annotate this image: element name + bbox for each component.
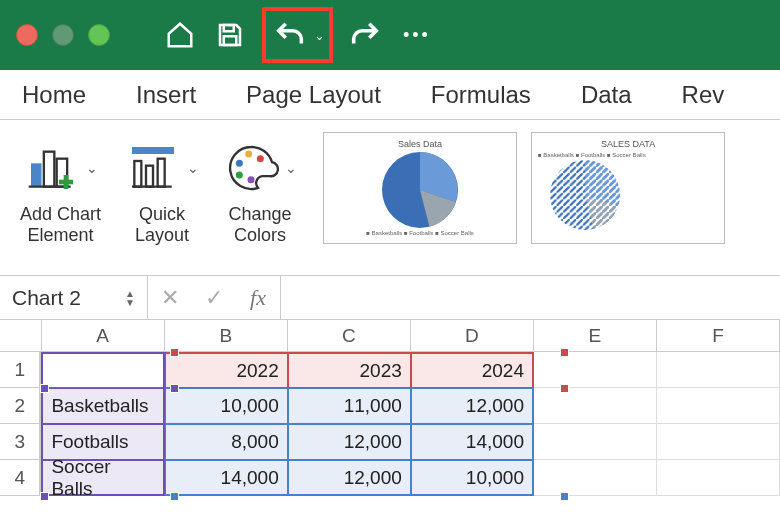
range-handle-icon[interactable] <box>560 492 569 501</box>
cell-e1[interactable] <box>534 352 657 388</box>
tab-review[interactable]: Rev <box>682 81 725 109</box>
range-handle-icon[interactable] <box>560 348 569 357</box>
quick-layout-button[interactable]: ⌄ QuickLayout <box>121 132 203 249</box>
tab-insert[interactable]: Insert <box>136 81 196 109</box>
window-controls <box>16 24 110 46</box>
range-handle-icon[interactable] <box>170 384 179 393</box>
preview-title: SALES DATA <box>538 139 718 149</box>
table-row: 2 Basketballs 10,000 11,000 12,000 <box>0 388 780 424</box>
svg-point-16 <box>236 172 243 179</box>
tab-page-layout[interactable]: Page Layout <box>246 81 381 109</box>
close-window-button[interactable] <box>16 24 38 46</box>
change-colors-label: ChangeColors <box>229 204 292 245</box>
cell-b4[interactable]: 14,000 <box>165 460 288 496</box>
cell-f3[interactable] <box>657 424 780 460</box>
ribbon-chart-design: ⌄ Add ChartElement ⌄ QuickLayout <box>0 120 780 276</box>
chart-style-gallery: Sales Data ■ Basketballs ■ Footballs ■ S… <box>323 132 725 244</box>
change-colors-icon <box>223 140 279 196</box>
chart-style-preview-1[interactable]: Sales Data ■ Basketballs ■ Footballs ■ S… <box>323 132 517 244</box>
svg-rect-8 <box>132 147 174 154</box>
col-header-e[interactable]: E <box>534 320 657 352</box>
fx-icon[interactable]: fx <box>236 276 280 319</box>
name-box-stepper[interactable]: ▲▼ <box>125 289 135 307</box>
range-handle-icon[interactable] <box>170 348 179 357</box>
maximize-window-button[interactable] <box>88 24 110 46</box>
row-header-2[interactable]: 2 <box>0 388 41 424</box>
range-handle-icon[interactable] <box>560 384 569 393</box>
cell-a4[interactable]: Soccer Balls <box>41 460 164 496</box>
tab-data[interactable]: Data <box>581 81 632 109</box>
cell-c3[interactable]: 12,000 <box>288 424 411 460</box>
undo-icon[interactable] <box>270 15 310 55</box>
col-header-a[interactable]: A <box>42 320 165 352</box>
svg-point-13 <box>236 160 243 167</box>
chart-style-preview-2[interactable]: SALES DATA ■ Basketballs ■ Footballs ■ S… <box>531 132 725 244</box>
cell-e3[interactable] <box>534 424 657 460</box>
row-header-1[interactable]: 1 <box>0 352 41 388</box>
cancel-formula-icon[interactable]: ✕ <box>148 276 192 319</box>
svg-point-15 <box>257 155 264 162</box>
add-chart-element-icon <box>24 140 80 196</box>
select-all-corner[interactable] <box>0 320 42 352</box>
tab-home[interactable]: Home <box>22 81 86 109</box>
range-handle-icon[interactable] <box>40 492 49 501</box>
cell-c2[interactable]: 11,000 <box>288 388 411 424</box>
title-bar: ⌄ ••• <box>0 0 780 70</box>
svg-point-17 <box>248 176 255 183</box>
col-header-b[interactable]: B <box>165 320 288 352</box>
col-header-c[interactable]: C <box>288 320 411 352</box>
redo-icon[interactable] <box>345 15 385 55</box>
minimize-window-button[interactable] <box>52 24 74 46</box>
cell-f4[interactable] <box>657 460 780 496</box>
cell-b2[interactable]: 10,000 <box>165 388 288 424</box>
save-icon[interactable] <box>210 15 250 55</box>
add-chart-element-label: Add ChartElement <box>20 204 101 245</box>
svg-rect-0 <box>224 25 234 31</box>
col-header-f[interactable]: F <box>657 320 780 352</box>
chevron-down-icon: ⌄ <box>187 160 199 176</box>
cell-b3[interactable]: 8,000 <box>165 424 288 460</box>
preview-legend: ■ Basketballs ■ Footballs ■ Soccer Balls <box>538 152 718 158</box>
undo-dropdown-chevron-icon[interactable]: ⌄ <box>314 28 325 43</box>
cell-d4[interactable]: 10,000 <box>411 460 534 496</box>
cell-f2[interactable] <box>657 388 780 424</box>
enter-formula-icon[interactable]: ✓ <box>192 276 236 319</box>
row-header-3[interactable]: 3 <box>0 424 41 460</box>
range-handle-icon[interactable] <box>40 384 49 393</box>
cell-a2[interactable]: Basketballs <box>41 388 164 424</box>
add-chart-element-button[interactable]: ⌄ Add ChartElement <box>16 132 105 249</box>
cell-e2[interactable] <box>534 388 657 424</box>
cell-f1[interactable] <box>657 352 780 388</box>
svg-rect-1 <box>224 36 237 45</box>
home-icon[interactable] <box>160 15 200 55</box>
cell-d1[interactable]: 2024 <box>411 352 534 388</box>
cell-d3[interactable]: 14,000 <box>411 424 534 460</box>
col-header-d[interactable]: D <box>411 320 534 352</box>
table-row: 1 2022 2023 2024 <box>0 352 780 388</box>
change-colors-button[interactable]: ⌄ ChangeColors <box>219 132 301 249</box>
cell-c1[interactable]: 2023 <box>288 352 411 388</box>
cell-e4[interactable] <box>534 460 657 496</box>
tab-formulas[interactable]: Formulas <box>431 81 531 109</box>
row-header-4[interactable]: 4 <box>0 460 41 496</box>
svg-rect-11 <box>158 159 165 187</box>
svg-point-14 <box>245 151 252 158</box>
svg-rect-2 <box>31 163 42 186</box>
svg-rect-9 <box>134 161 141 187</box>
chevron-down-icon: ⌄ <box>86 160 98 176</box>
more-toolbar-icon[interactable]: ••• <box>403 25 431 46</box>
cell-c4[interactable]: 12,000 <box>288 460 411 496</box>
formula-input[interactable] <box>280 276 780 319</box>
cell-a1[interactable] <box>41 352 164 388</box>
chevron-down-icon: ⌄ <box>285 160 297 176</box>
cell-b1[interactable]: 2022 <box>165 352 288 388</box>
name-box[interactable]: Chart 2 ▲▼ <box>0 276 148 319</box>
range-handle-icon[interactable] <box>170 492 179 501</box>
cell-d2[interactable]: 12,000 <box>411 388 534 424</box>
column-headers: A B C D E F <box>0 320 780 352</box>
quick-layout-label: QuickLayout <box>135 204 189 245</box>
preview-title: Sales Data <box>330 139 510 149</box>
name-box-value: Chart 2 <box>12 286 81 310</box>
preview-legend: ■ Basketballs ■ Footballs ■ Soccer Balls <box>330 230 510 236</box>
undo-dropdown-highlighted[interactable]: ⌄ <box>262 7 333 63</box>
